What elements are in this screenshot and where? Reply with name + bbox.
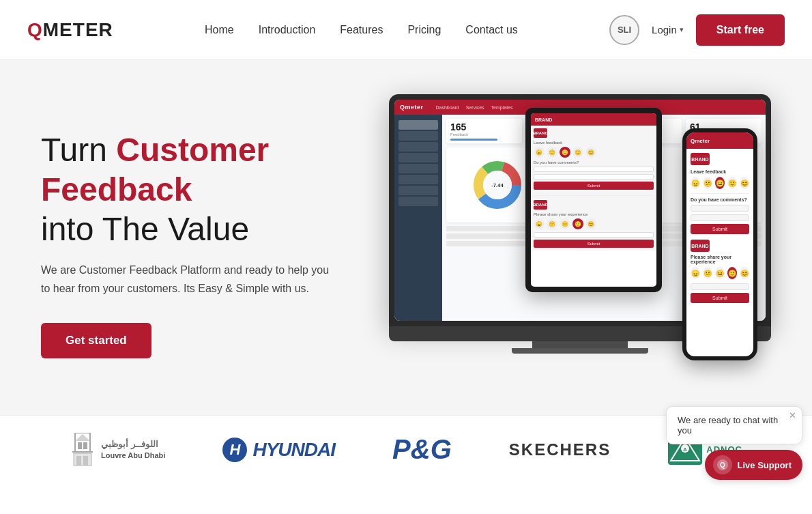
phone-emoji2-4[interactable]: 🙂 (727, 267, 737, 279)
nav-right: SLI Login ▾ Start free (609, 14, 785, 46)
db-sidebar-item (398, 142, 438, 152)
emoji-b3[interactable]: 😐 (560, 218, 570, 229)
hyundai-text: HYUNDAI (252, 439, 335, 461)
emoji-5[interactable]: 😊 (585, 147, 596, 158)
revain-icon: Q (713, 455, 732, 474)
emoji-1[interactable]: 😠 (534, 147, 545, 158)
tablet-mockup: BRAND BRAND Leave feedback 😠 😕 😐 (525, 108, 662, 292)
tablet-brand-icon-2: BRAND (534, 200, 547, 210)
emoji-b1[interactable]: 😠 (534, 218, 545, 229)
phone-input-3[interactable] (691, 283, 749, 290)
svg-rect-21 (83, 442, 87, 449)
navbar: QMETER Home Introduction Features Pricin… (0, 0, 812, 60)
db-sidebar-item (398, 120, 438, 130)
db-sidebar-item (398, 164, 438, 173)
nav-introduction[interactable]: Introduction (259, 24, 316, 35)
hero-title-plain: Turn (41, 132, 116, 168)
emoji-3[interactable]: 😐 (560, 147, 570, 158)
emoji-4[interactable]: 🙂 (572, 147, 583, 158)
phone-emoji-row: 😠 😕 😐 🙂 😊 (691, 177, 749, 189)
phone-header: Qmeter (686, 132, 753, 149)
phone-emoji2-1[interactable]: 😠 (691, 267, 700, 279)
phone-emoji-3[interactable]: 😐 (715, 177, 725, 189)
nav-contact[interactable]: Contact us (465, 24, 517, 35)
pg-text: P&G (392, 434, 452, 465)
phone-emoji2-2[interactable]: 😕 (703, 267, 712, 279)
db-stat-feedback: 165 Feedback (446, 119, 522, 143)
tablet-input-3[interactable] (534, 232, 654, 238)
tablet-body: BRAND Leave feedback 😠 😕 😐 🙂 😊 Do you ha… (531, 126, 656, 251)
db-sidebar-item (398, 175, 438, 184)
laptop-foot (512, 348, 648, 354)
louvre-emblem-svg (70, 433, 96, 467)
pg-logo: P&G (392, 434, 452, 465)
start-free-button[interactable]: Start free (696, 14, 785, 46)
tablet-brand-icon: BRAND (534, 128, 547, 138)
db-sidebar-item (398, 186, 438, 195)
brand-logo[interactable]: QMETER (27, 19, 113, 41)
tablet-emoji-row: 😠 😕 😐 🙂 😊 (534, 147, 654, 158)
emoji-b4[interactable]: 🙂 (572, 218, 583, 229)
tablet-comments-title: Do you have comments? (534, 160, 654, 165)
phone-mockup: Qmeter BRAND Leave feedback 😠 😕 😐 (682, 128, 757, 360)
svg-marker-19 (75, 434, 90, 441)
emoji-2[interactable]: 😕 (547, 147, 557, 158)
svg-rect-23 (74, 453, 91, 466)
db-sidebar-item (398, 153, 438, 162)
svg-rect-24 (76, 456, 81, 466)
db-logo: Qmeter (400, 104, 424, 111)
phone-input-2[interactable] (691, 214, 749, 221)
svg-text:-7.44: -7.44 (491, 182, 504, 188)
hyundai-h-icon: H (222, 438, 247, 462)
get-started-button[interactable]: Get started (41, 323, 151, 358)
emoji-b2[interactable]: 😕 (547, 218, 557, 229)
tablet-submit-btn-2[interactable]: Submit (534, 240, 654, 248)
skechers-logo: SKECHERS (509, 440, 611, 459)
nav-features[interactable]: Features (340, 24, 383, 35)
phone-input-1[interactable] (691, 205, 749, 212)
chat-close-button[interactable]: ✕ (789, 411, 796, 420)
nav-pricing[interactable]: Pricing (407, 24, 441, 35)
db-sidebar-item (398, 131, 438, 141)
logo-q: Q (27, 19, 43, 41)
phone-emoji-2[interactable]: 😕 (703, 177, 712, 189)
phone-brand-icon: BRAND (691, 153, 710, 165)
svg-rect-20 (78, 442, 82, 449)
hero-devices: Qmeter Dashboard Services Templates (368, 87, 771, 401)
tablet-input-1[interactable] (534, 167, 654, 172)
tablet-section-title: Leave feedback (534, 141, 654, 145)
login-button[interactable]: Login ▾ (652, 24, 684, 35)
db-sidebar (394, 115, 442, 321)
chat-bubble-text: We are ready to chat with you (678, 415, 778, 436)
phone-submit-btn[interactable]: Submit (691, 224, 749, 234)
hero-description: We are Customer Feedback Platform and re… (41, 261, 334, 298)
phone-comments-title: Do you have comments? (691, 197, 749, 202)
phone-emoji-4[interactable]: 🙂 (727, 177, 737, 189)
chat-bubble: ✕ We are ready to chat with you (666, 406, 802, 444)
db-sidebar-item (398, 197, 438, 206)
logo-rest: METER (43, 19, 113, 41)
hero-title: Turn Customer Feedback into The Value (41, 130, 368, 248)
tablet-submit-btn[interactable]: Submit (534, 182, 654, 190)
phone-submit-btn-2[interactable]: Submit (691, 293, 749, 303)
phone-emoji-1[interactable]: 😠 (691, 177, 700, 189)
revain-logo-icon: Q (716, 459, 729, 471)
live-support-text: Live Support (738, 460, 792, 470)
live-support-button[interactable]: Q Live Support (705, 450, 802, 480)
avatar[interactable]: SLI (609, 15, 639, 45)
phone-emoji2-3[interactable]: 😐 (715, 267, 725, 279)
laptop-stand (532, 341, 628, 348)
nav-home[interactable]: Home (205, 24, 234, 35)
phone-section-title: Leave feedback (691, 169, 749, 174)
emoji-b5[interactable]: 😊 (585, 218, 596, 229)
tablet-input-2[interactable] (534, 174, 654, 180)
pie-chart-svg: -7.44 (474, 161, 521, 209)
phone-section-title-2: Please share your experience (691, 255, 749, 264)
phone-emoji-5[interactable]: 😊 (740, 177, 749, 189)
skechers-text: SKECHERS (509, 440, 611, 459)
hyundai-logo: H HYUNDAI (222, 438, 335, 462)
hero-section: Turn Customer Feedback into The Value We… (0, 60, 812, 415)
tablet-emoji-row-2: 😠 😕 😐 🙂 😊 (534, 218, 654, 229)
phone-emoji2-5[interactable]: 😊 (740, 267, 749, 279)
hero-title-line2: into The Value (41, 211, 249, 247)
